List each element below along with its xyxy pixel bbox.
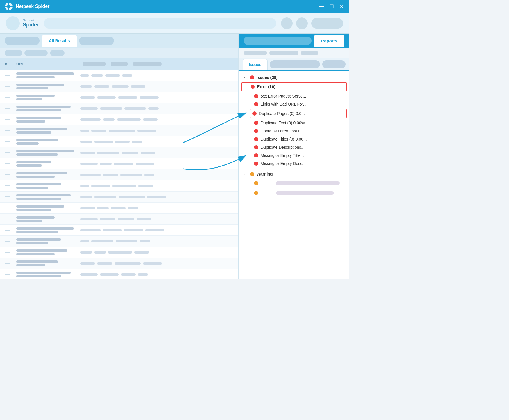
table-row[interactable] xyxy=(0,225,238,236)
cell-block-2 xyxy=(94,141,113,143)
reports-tab-placeholder[interactable] xyxy=(244,37,312,45)
cell-block-2 xyxy=(97,152,119,154)
tree-child-1[interactable]: 5xx Error Pages: Serve... xyxy=(239,92,349,100)
cell-url-17 xyxy=(16,260,80,266)
table-row[interactable] xyxy=(0,180,238,192)
table-row[interactable] xyxy=(0,125,238,136)
cell-block-3 xyxy=(115,141,130,143)
warning-child-1[interactable] xyxy=(239,178,349,188)
url-line-1 xyxy=(16,272,71,274)
dot-warning-1 xyxy=(254,181,258,185)
dot-child-3 xyxy=(252,111,257,116)
reports-filter-3[interactable] xyxy=(301,51,318,55)
tree-item-error[interactable]: - Error (10) xyxy=(241,82,347,91)
table-row[interactable] xyxy=(0,258,238,269)
tree-child-5[interactable]: Contains Lorem Ipsum... xyxy=(239,127,349,135)
tab-reports[interactable]: Reports xyxy=(314,35,344,47)
tab-placeholder-2[interactable] xyxy=(79,37,114,45)
toggle-issues[interactable]: - xyxy=(244,75,248,79)
url-line-2 xyxy=(16,76,55,78)
tree-child-9[interactable]: Missing or Empty Desc... xyxy=(239,160,349,168)
tab-all-results[interactable]: All Results xyxy=(42,35,77,47)
tree-item-warning[interactable]: - Warning xyxy=(239,170,349,178)
subtab-placeholder-2[interactable] xyxy=(322,60,346,68)
url-line-1 xyxy=(16,117,61,119)
table-row[interactable] xyxy=(0,214,238,225)
table-row[interactable] xyxy=(0,70,238,81)
cell-block-2 xyxy=(100,218,115,220)
tree-child-8[interactable]: Missing or Empty Title... xyxy=(239,151,349,160)
table-row[interactable] xyxy=(0,81,238,92)
cell-block-3 xyxy=(112,85,129,88)
tree-child-7[interactable]: Duplicate Descriptions... xyxy=(239,143,349,151)
cell-num-7 xyxy=(5,152,16,153)
dot-warning-2 xyxy=(254,191,258,195)
toggle-warning[interactable]: - xyxy=(244,172,248,176)
filter-pill-1[interactable] xyxy=(5,50,22,56)
table-row[interactable] xyxy=(0,136,238,147)
tree-child-6[interactable]: Duplicate Titles (0) 0.00... xyxy=(239,135,349,143)
cell-rest-11 xyxy=(80,196,234,198)
toggle-error[interactable]: - xyxy=(244,85,248,89)
url-input[interactable] xyxy=(44,18,276,29)
table-row[interactable] xyxy=(0,147,238,158)
filter-pill-2[interactable] xyxy=(24,50,48,56)
toolbar: Netpeak Spider xyxy=(0,13,349,34)
table-row[interactable] xyxy=(0,203,238,214)
cell-block-3 xyxy=(109,130,135,132)
cell-url-6 xyxy=(16,139,80,145)
url-line-2 xyxy=(16,264,45,266)
table-row[interactable] xyxy=(0,103,238,114)
maximize-button[interactable]: ❐ xyxy=(329,4,334,9)
table-row[interactable] xyxy=(0,114,238,125)
label-child-6: Duplicate Titles (0) 0.00... xyxy=(261,137,344,141)
url-line-2 xyxy=(16,220,42,222)
table-row[interactable] xyxy=(0,169,238,180)
close-button[interactable]: ✕ xyxy=(339,4,344,9)
label-child-9: Missing or Empty Desc... xyxy=(261,161,344,166)
cell-rest-0 xyxy=(80,74,234,77)
reports-filter-1[interactable] xyxy=(244,51,267,55)
brand-logo-icon xyxy=(6,16,20,30)
reports-filter-2[interactable] xyxy=(269,51,298,55)
url-line-2 xyxy=(16,142,39,145)
cell-block-2 xyxy=(103,229,122,231)
table-row[interactable] xyxy=(0,158,238,169)
cell-rest-13 xyxy=(80,218,234,220)
minimize-button[interactable]: — xyxy=(319,4,325,9)
table-row[interactable] xyxy=(0,92,238,103)
cell-block-1 xyxy=(80,118,101,121)
cell-block-4 xyxy=(143,118,158,121)
tree-child-3[interactable]: Duplicate Pages (0) 0.0... xyxy=(250,109,347,118)
table-row[interactable] xyxy=(0,247,238,258)
cell-block-2 xyxy=(103,118,115,121)
action-button[interactable] xyxy=(311,18,343,29)
cell-block-2 xyxy=(100,107,122,110)
tree-child-2[interactable]: Links with Bad URL For... xyxy=(239,100,349,108)
tree-item-issues[interactable]: - Issues (39) xyxy=(239,73,349,81)
user-avatar[interactable] xyxy=(281,17,293,29)
filter-pill-3[interactable] xyxy=(50,50,65,56)
url-line-1 xyxy=(16,72,74,75)
cell-block-1 xyxy=(80,163,98,165)
table-row[interactable] xyxy=(0,236,238,247)
label-child-7: Duplicate Descriptions... xyxy=(261,145,344,150)
url-line-1 xyxy=(16,139,58,141)
brand-text: Netpeak Spider xyxy=(23,18,39,28)
subtab-issues[interactable]: Issues xyxy=(243,59,268,70)
cell-block-3 xyxy=(108,251,132,254)
cell-rest-4 xyxy=(80,118,234,121)
settings-icon[interactable] xyxy=(296,17,308,29)
tab-placeholder-1[interactable] xyxy=(5,37,40,45)
table-row[interactable] xyxy=(0,192,238,203)
cell-num-0 xyxy=(5,75,16,76)
cell-url-0 xyxy=(16,72,80,78)
cell-block-1 xyxy=(80,96,95,99)
table-row[interactable] xyxy=(0,269,238,279)
label-issues: Issues (39) xyxy=(257,75,344,80)
warning-child-2[interactable] xyxy=(239,188,349,198)
tree-child-4[interactable]: Duplicate Text (0) 0.00% xyxy=(239,119,349,127)
subtab-placeholder-1[interactable] xyxy=(270,60,320,68)
cell-block-3 xyxy=(114,163,133,165)
cell-num-8 xyxy=(5,163,16,164)
